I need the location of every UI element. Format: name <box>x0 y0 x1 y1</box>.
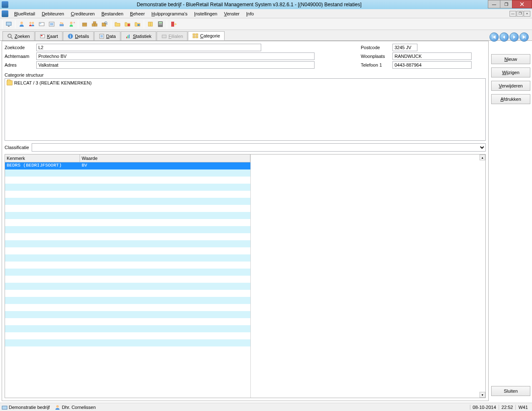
menu-beheer[interactable]: Beheer <box>127 10 148 17</box>
postcode-label: Postcode <box>361 45 392 50</box>
grid-row-empty[interactable] <box>5 226 250 233</box>
toolbar-search-box-icon[interactable] <box>100 20 109 29</box>
grid-row-empty[interactable] <box>5 169 250 177</box>
adres-input[interactable] <box>36 61 315 69</box>
grid-scroll-up-icon[interactable]: ▴ <box>480 154 485 160</box>
grid-row-empty[interactable] <box>5 219 250 226</box>
toolbar-calc-icon[interactable] <box>156 20 165 29</box>
close-button[interactable] <box>512 0 532 8</box>
toolbar-list-icon[interactable] <box>47 20 56 29</box>
menu-venster[interactable]: Venster <box>221 10 243 17</box>
content-panel: Zoekcode Achternaam Adres Postcode <box>2 41 489 401</box>
tab-zoeken[interactable]: Zoeken <box>2 31 35 40</box>
toolbar-boxes-icon[interactable] <box>90 20 99 29</box>
telefoon1-input[interactable] <box>392 61 472 69</box>
nav-prev-button[interactable] <box>500 32 509 42</box>
mdi-restore-button[interactable]: ❐ <box>517 11 523 17</box>
grid-row-empty[interactable] <box>5 233 250 240</box>
toolbar-card-icon[interactable] <box>37 20 46 29</box>
grid-scroll-down-icon[interactable]: ▾ <box>480 392 485 398</box>
zoekcode-input[interactable] <box>36 44 261 51</box>
svg-rect-20 <box>93 22 96 24</box>
toolbar-screen-icon[interactable] <box>4 20 13 29</box>
grid-row-empty[interactable] <box>5 205 250 212</box>
tab-kaart[interactable]: Kaart <box>35 31 62 40</box>
svg-line-23 <box>107 24 107 25</box>
svg-rect-30 <box>159 24 160 25</box>
menu-bar: BlueRetailDebiteurenCrediteurenBestanden… <box>0 9 532 18</box>
grid-row-empty[interactable] <box>5 325 250 332</box>
verwijderen-button[interactable]: Verwijderen <box>491 81 530 91</box>
category-tree[interactable]: RELCAT / 3 (RELATIE KENMERKEN) <box>5 78 486 141</box>
attributes-grid: Kenmerk Waarde BEDRS (BEDRIJFSOORT)BV ▴ … <box>5 154 486 398</box>
toolbar-users-icon[interactable] <box>27 20 36 29</box>
grid-row-empty[interactable] <box>5 304 250 311</box>
nav-next-button[interactable] <box>510 32 519 42</box>
tab-statistiek[interactable]: Statistiek <box>121 31 156 40</box>
woonplaats-input[interactable] <box>392 52 472 60</box>
sluiten-button[interactable]: Sluiten <box>491 386 530 396</box>
svg-point-34 <box>8 34 11 37</box>
toolbar-folder-red-icon[interactable] <box>123 20 132 29</box>
grid-row-empty[interactable] <box>5 269 250 276</box>
grid-row-empty[interactable] <box>5 212 250 219</box>
status-bar: Demonstratie bedrijf Dhr. Cornelissen 08… <box>0 403 532 411</box>
grid-row-empty[interactable] <box>5 240 250 247</box>
grid-row-empty[interactable] <box>5 332 250 339</box>
svg-rect-6 <box>40 23 41 24</box>
toolbar-user-icon[interactable] <box>17 20 26 29</box>
menu-info[interactable]: Info <box>243 10 257 17</box>
toolbar-folder-icon[interactable] <box>113 20 122 29</box>
status-user: Dhr. Cornelissen <box>62 405 95 410</box>
tab-data[interactable]: Data <box>94 31 120 40</box>
mdi-minimize-button[interactable]: — <box>510 11 516 17</box>
maximize-button[interactable]: ❐ <box>500 0 512 8</box>
toolbar-folder-blue-icon[interactable] <box>133 20 142 29</box>
grid-row-empty[interactable] <box>5 283 250 290</box>
toolbar-book-icon[interactable] <box>146 20 155 29</box>
svg-rect-44 <box>126 37 127 38</box>
postcode-input[interactable] <box>392 44 417 51</box>
grid-row-empty[interactable] <box>5 318 250 325</box>
wijzigen-button[interactable]: Wijzigen <box>491 67 530 77</box>
toolbar-people-icon[interactable] <box>57 20 66 29</box>
toolbar-user-add-icon[interactable]: + <box>67 20 76 29</box>
svg-rect-13 <box>60 24 64 26</box>
menu-instellingen[interactable]: Instellingen <box>191 10 221 17</box>
tab-categorie[interactable]: Categorie <box>188 31 225 40</box>
nav-last-button[interactable] <box>520 32 529 42</box>
classification-select[interactable] <box>32 143 486 152</box>
menu-blueretail[interactable]: BlueRetail <box>11 10 38 17</box>
grid-row-empty[interactable] <box>5 191 250 198</box>
menu-debiteuren[interactable]: Debiteuren <box>38 10 67 17</box>
mdi-close-button[interactable]: × <box>524 11 530 17</box>
grid-row-empty[interactable] <box>5 339 250 346</box>
grid-header-waarde[interactable]: Waarde <box>80 154 250 162</box>
grid-row-empty[interactable] <box>5 346 250 354</box>
toolbar-exit-icon[interactable] <box>169 20 178 29</box>
grid-row[interactable]: BEDRS (BEDRIJFSOORT)BV <box>5 162 250 169</box>
grid-row-empty[interactable] <box>5 311 250 318</box>
grid-row-empty[interactable] <box>5 297 250 304</box>
menu-crediteuren[interactable]: Crediteuren <box>67 10 98 17</box>
grid-row-empty[interactable] <box>5 262 250 269</box>
toolbar-box-icon[interactable] <box>80 20 89 29</box>
grid-row-empty[interactable] <box>5 247 250 254</box>
minimize-button[interactable]: — <box>488 0 500 8</box>
achternaam-input[interactable] <box>36 52 315 60</box>
afdrukken-button[interactable]: Afdrukken <box>491 94 530 104</box>
grid-row-empty[interactable] <box>5 184 250 191</box>
grid-header-kenmerk[interactable]: Kenmerk <box>5 154 80 162</box>
grid-row-empty[interactable] <box>5 254 250 262</box>
grid-row-empty[interactable] <box>5 290 250 297</box>
grid-row-empty[interactable] <box>5 177 250 184</box>
nieuw-button[interactable]: Nieuw <box>491 54 530 64</box>
grid-row-empty[interactable] <box>5 198 250 205</box>
svg-point-3 <box>30 22 32 24</box>
menu-hulpprogrammas[interactable]: Hulpprogramma's <box>148 10 191 17</box>
grid-row-empty[interactable] <box>5 276 250 283</box>
menu-bestanden[interactable]: Bestanden <box>98 10 127 17</box>
tab-details[interactable]: iDetails <box>63 31 94 40</box>
tree-item[interactable]: RELCAT / 3 (RELATIE KENMERKEN) <box>7 80 484 85</box>
nav-first-button[interactable] <box>490 32 499 42</box>
